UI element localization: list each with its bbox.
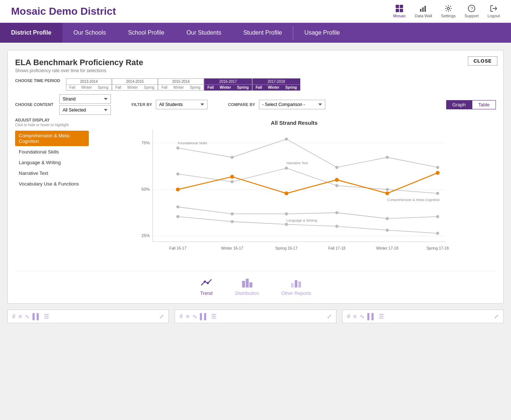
time-period-2013-2014[interactable]: 2013-2014 Fall Winter Spring (66, 78, 112, 91)
widget-toolbar-2: # ≡ ∿ ▌▌ ☰ ⤢ (175, 310, 336, 323)
svg-point-33 (231, 180, 234, 183)
svg-point-29 (386, 156, 389, 159)
time-period-2016-2017[interactable]: 2016-2017 Fall Winter Spring (204, 78, 252, 91)
data-wall-label: Data Wall (415, 14, 432, 18)
time-period-2017-2018[interactable]: 2017-2018 Fall Winter Spring (252, 78, 300, 91)
svg-text:75%: 75% (141, 141, 150, 145)
nav-usage-profile[interactable]: Usage Profile (293, 23, 351, 43)
nav-student-profile[interactable]: Student Profile (232, 23, 293, 43)
graph-table-toggle: Graph Table (446, 100, 496, 109)
close-button[interactable]: CLOSE (468, 56, 497, 66)
wt2-trend[interactable]: ∿ (192, 313, 197, 320)
mosaic-nav-icon[interactable]: Mosaic (393, 4, 406, 18)
wt1-bar[interactable]: ▌▌ (32, 313, 41, 320)
svg-rect-65 (295, 280, 297, 287)
svg-rect-0 (396, 5, 399, 8)
svg-rect-61 (242, 281, 245, 287)
svg-point-56 (335, 225, 338, 228)
svg-point-58 (436, 232, 439, 234)
settings-nav-icon[interactable]: Settings (441, 4, 456, 18)
wt1-trend[interactable]: ∿ (25, 313, 29, 320)
logout-nav-icon[interactable]: Logout (487, 4, 500, 18)
time-period-bar: 2013-2014 Fall Winter Spring 2014-2015 F… (66, 78, 300, 91)
time-period-2014-2015[interactable]: 2014-2015 Fall Winter Spring (112, 78, 158, 91)
legend-vocabulary[interactable]: Vocabulary Use & Functions (15, 179, 89, 189)
compare-select[interactable]: - Select Comparison - Grade Gender Schoo… (259, 100, 325, 109)
wt2-hash[interactable]: # (179, 313, 183, 320)
nav-our-schools[interactable]: Our Schools (62, 23, 117, 43)
svg-text:?: ? (470, 6, 473, 11)
distribution-label: Distribution (235, 290, 259, 296)
wt3-lines[interactable]: ☰ (379, 313, 384, 320)
wt1-lines[interactable]: ☰ (44, 313, 49, 320)
svg-text:Winter 16-17: Winter 16-17 (221, 246, 243, 250)
time-period-2015-2016[interactable]: 2015-2016 Fall Winter Spring (158, 78, 204, 91)
svg-rect-64 (291, 283, 294, 287)
wt2-lines[interactable]: ☰ (211, 313, 216, 320)
svg-text:Foundational Skills: Foundational Skills (178, 141, 207, 145)
wt1-expand[interactable]: ⤢ (159, 313, 164, 320)
svg-point-26 (231, 156, 234, 159)
header: Mosaic Demo District Mosaic Data Wall Se… (0, 0, 511, 23)
wt1-list[interactable]: ≡ (18, 313, 22, 320)
svg-point-37 (436, 192, 439, 195)
legend-language[interactable]: Language & Writing (15, 158, 89, 167)
svg-point-35 (335, 184, 338, 187)
wt2-bar[interactable]: ▌▌ (200, 313, 209, 320)
proficiency-card: ELA Benchmark Proficiency Rate Shows pro… (7, 50, 504, 304)
wt3-trend[interactable]: ∿ (360, 313, 364, 320)
svg-rect-66 (298, 282, 301, 287)
legend-narrative[interactable]: Narrative Text (15, 168, 89, 178)
data-wall-nav-icon[interactable]: Data Wall (415, 4, 432, 18)
legend-comprehension[interactable]: Comprehension & Meta-Cognition (15, 131, 89, 146)
content-select[interactable]: Strand Standard Item (59, 94, 111, 104)
svg-point-30 (436, 166, 439, 169)
widget-toolbar-3: # ≡ ∿ ▌▌ ☰ ⤢ (342, 310, 504, 323)
svg-point-47 (231, 212, 234, 215)
svg-rect-6 (424, 6, 426, 12)
filter-select[interactable]: All Students Grade Gender Ethnicity (156, 100, 207, 109)
wt3-hash[interactable]: # (347, 313, 350, 320)
legend-foundational[interactable]: Foundational Skills (15, 147, 89, 157)
wt2-expand[interactable]: ⤢ (327, 313, 332, 320)
svg-text:All Strand Results: All Strand Results (271, 120, 318, 126)
settings-label: Settings (441, 14, 456, 18)
svg-text:Spring 17-18: Spring 17-18 (427, 246, 449, 250)
support-nav-icon[interactable]: ? Support (465, 4, 479, 18)
svg-point-34 (285, 167, 288, 170)
nav-school-profile[interactable]: School Profile (117, 23, 175, 43)
svg-point-53 (176, 215, 179, 218)
svg-point-60 (204, 280, 206, 283)
svg-point-48 (285, 212, 288, 215)
chart-container: ADJUST DISPLAY Click to hide or hover to… (15, 118, 496, 265)
wt1-hash[interactable]: # (12, 313, 15, 320)
wt3-list[interactable]: ≡ (353, 313, 357, 320)
table-button[interactable]: Table (472, 100, 496, 109)
chart-area: All Strand Results 75% 50% 25% Fall 16-1… (92, 118, 496, 265)
svg-text:Fall 17-18: Fall 17-18 (328, 246, 346, 250)
svg-point-40 (230, 175, 234, 179)
svg-point-55 (285, 223, 288, 226)
nav-district-profile[interactable]: District Profile (0, 23, 62, 43)
svg-point-28 (335, 166, 338, 169)
svg-point-42 (335, 178, 339, 182)
nav-our-students[interactable]: Our Students (175, 23, 232, 43)
sub-content-select[interactable]: All Selected (59, 105, 111, 115)
support-label: Support (465, 14, 479, 18)
choose-content-label: CHOOSE CONTENT (15, 102, 53, 107)
svg-text:Narrative Text: Narrative Text (286, 161, 308, 165)
trend-item[interactable]: Trend (200, 276, 213, 296)
adjust-display-sub: Click to hide or hover to highlight (15, 123, 89, 127)
filter-by-label: FILTER BY (132, 102, 152, 107)
svg-rect-1 (400, 5, 403, 8)
svg-point-7 (447, 7, 449, 10)
other-reports-item[interactable]: Other Reports (281, 276, 311, 296)
app-title: Mosaic Demo District (11, 6, 116, 17)
logout-label: Logout (487, 14, 500, 18)
graph-button[interactable]: Graph (446, 100, 472, 109)
wt3-bar[interactable]: ▌▌ (367, 313, 376, 320)
distribution-item[interactable]: Distribution (235, 276, 259, 296)
svg-rect-5 (422, 7, 424, 12)
wt2-list[interactable]: ≡ (186, 313, 189, 320)
wt3-expand[interactable]: ⤢ (494, 313, 499, 320)
